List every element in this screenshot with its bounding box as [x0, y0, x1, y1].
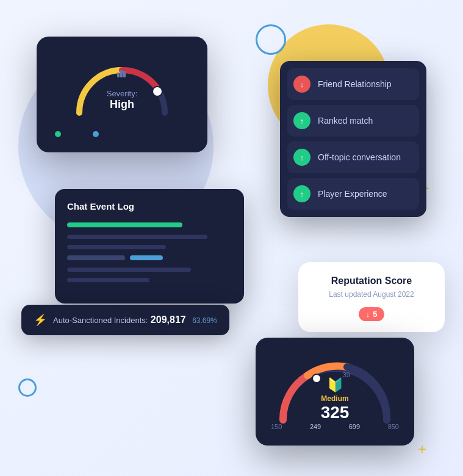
chat-line-4	[67, 278, 149, 282]
dropdown-label-3: Player Experience	[318, 189, 387, 199]
arrow-up-icon-1: ↑	[293, 112, 310, 129]
badge-arrow: ↓	[366, 310, 370, 319]
tick-699: 699	[349, 423, 360, 430]
svg-point-0	[153, 87, 162, 96]
tick-850: 850	[388, 423, 399, 430]
reputation-badge: ↓ 5	[359, 307, 385, 321]
dropdown-label-2: Off-topic conversation	[318, 152, 401, 162]
arrow-up-icon-3: ↑	[293, 185, 310, 202]
score-card: 🔰 Medium 325 150 249 39 699 850	[256, 338, 414, 446]
gauge-svg	[67, 55, 177, 122]
lightning-icon: ⚡	[34, 313, 47, 327]
shield-icon: 🔰	[321, 377, 350, 393]
arrow-down-icon-0: ↓	[293, 76, 310, 93]
sanction-percentage: 63.69%	[192, 316, 217, 325]
dropdown-card[interactable]: ↓ Friend Relationship ↑ Ranked match ↑ O…	[280, 61, 426, 217]
dropdown-item-0[interactable]: ↓ Friend Relationship	[287, 68, 419, 100]
dropdown-item-3[interactable]: ↑ Player Experience	[287, 178, 419, 210]
reputation-title: Reputation Score	[313, 275, 430, 286]
chat-line-2	[67, 245, 166, 249]
tick-150: 150	[271, 423, 282, 430]
chat-card-title: Chat Event Log	[67, 201, 232, 211]
sanction-content: Auto-Sanctioned Incidents: 209,817 63.69…	[53, 314, 217, 325]
sanction-count: 209,817	[151, 314, 186, 325]
gauge-container: Severity: High	[67, 55, 177, 122]
chat-line-1	[67, 235, 207, 239]
dot-green	[55, 131, 61, 137]
dropdown-label-0: Friend Relationship	[318, 79, 392, 89]
score-gauge-container: 🔰 Medium 325	[274, 350, 396, 429]
score-center: 🔰 Medium 325	[321, 377, 350, 422]
dots-row	[52, 131, 192, 137]
svg-rect-3	[123, 71, 126, 77]
chat-bar-green	[67, 222, 232, 227]
dropdown-label-1: Ranked match	[318, 116, 373, 126]
sanction-card: ⚡ Auto-Sanctioned Incidents: 209,817 63.…	[21, 305, 229, 335]
dropdown-item-1[interactable]: ↑ Ranked match	[287, 105, 419, 137]
score-label: Medium	[321, 394, 350, 403]
tick-249: 249	[310, 423, 321, 430]
svg-rect-2	[117, 73, 120, 77]
bg-decoration-plus2: +	[418, 441, 426, 458]
reputation-subtitle: Last updated August 2022	[313, 290, 430, 299]
score-number: 325	[321, 403, 350, 422]
reputation-card: Reputation Score Last updated August 202…	[298, 262, 445, 332]
svg-rect-1	[120, 70, 123, 77]
bg-decoration-ring	[256, 24, 286, 55]
chat-card: Chat Event Log	[55, 189, 244, 304]
chat-bar-grey	[67, 255, 125, 260]
dropdown-item-2[interactable]: ↑ Off-topic conversation	[287, 141, 419, 173]
chat-bar-blue	[130, 255, 163, 260]
severity-title: Severity:	[107, 89, 138, 98]
sanction-label: Auto-Sanctioned Incidents:	[53, 316, 148, 325]
chat-bar-row-mixed	[67, 255, 232, 260]
svg-point-4	[312, 374, 321, 383]
score-ticks: 150 249 39 699 850	[268, 423, 402, 430]
gauge-icon	[115, 67, 129, 84]
chat-line-3	[67, 268, 191, 272]
severity-card: Severity: High	[37, 37, 207, 152]
arrow-up-icon-2: ↑	[293, 149, 310, 166]
bg-decoration-small-ring	[18, 378, 37, 397]
dot-blue	[93, 131, 99, 137]
severity-value: High	[107, 98, 138, 111]
scene: + + Severity:	[0, 0, 463, 476]
gauge-label: Severity: High	[107, 89, 138, 111]
tick-39: 39	[343, 371, 350, 378]
badge-value: 5	[373, 310, 377, 319]
